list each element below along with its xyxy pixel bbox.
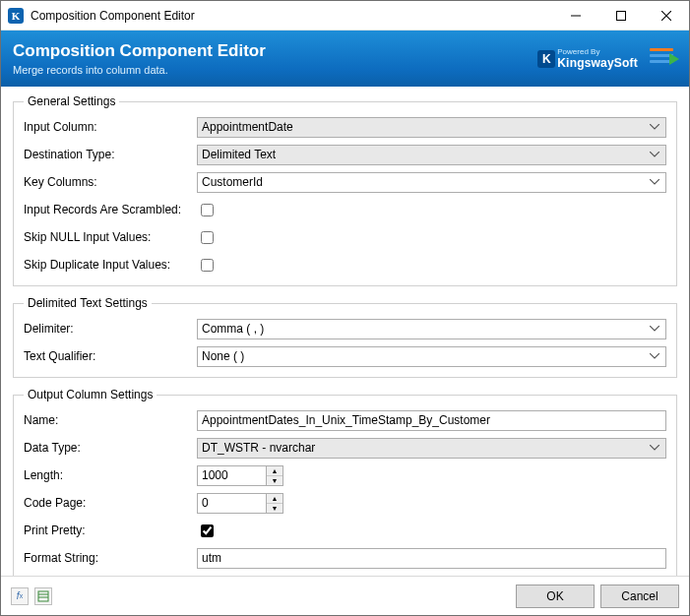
general-settings-group: General Settings Input Column: Appointme… <box>13 94 677 286</box>
data-type-select[interactable]: DT_WSTR - nvarchar <box>197 438 666 459</box>
expression-icon[interactable]: fx <box>11 587 29 605</box>
length-spin-down[interactable]: ▼ <box>267 476 282 485</box>
banner: Composition Component Editor Merge recor… <box>1 31 689 87</box>
length-input[interactable] <box>197 465 266 486</box>
name-input[interactable] <box>197 410 666 431</box>
svg-rect-3 <box>617 11 626 20</box>
input-column-label: Input Column: <box>24 120 197 134</box>
properties-icon[interactable] <box>34 587 52 605</box>
data-type-label: Data Type: <box>24 441 197 455</box>
banner-title: Composition Component Editor <box>13 41 266 61</box>
delimiter-select[interactable]: Comma ( , ) <box>197 319 666 339</box>
dialog-window: K Composition Component Editor Compositi… <box>0 0 690 616</box>
svg-text:K: K <box>12 10 21 22</box>
delimited-settings-group: Delimited Text Settings Delimiter: Comma… <box>13 296 677 378</box>
content-area: General Settings Input Column: Appointme… <box>1 87 689 576</box>
titlebar: K Composition Component Editor <box>1 1 689 31</box>
text-qualifier-label: Text Qualifier: <box>24 349 197 363</box>
name-label: Name: <box>24 413 197 427</box>
powered-by-label: Powered By <box>557 48 638 56</box>
scrambled-label: Input Records Are Scrambled: <box>24 203 197 216</box>
scrambled-checkbox[interactable] <box>201 204 214 216</box>
window-title: Composition Component Editor <box>31 9 195 23</box>
code-page-spin-down[interactable]: ▼ <box>267 504 282 513</box>
text-qualifier-select[interactable]: None ( ) <box>197 346 666 367</box>
maximize-button[interactable] <box>598 1 644 31</box>
delimiter-label: Delimiter: <box>24 322 197 336</box>
input-column-select[interactable]: AppointmentDate <box>197 117 666 138</box>
svg-rect-6 <box>38 591 48 601</box>
ok-button[interactable]: OK <box>516 585 595 608</box>
minimize-button[interactable] <box>553 1 598 31</box>
close-button[interactable] <box>644 1 689 31</box>
output-settings-group: Output Column Settings Name: Data Type: … <box>13 388 677 576</box>
code-page-spin-up[interactable]: ▲ <box>267 494 282 504</box>
general-settings-legend: General Settings <box>24 94 119 108</box>
format-string-label: Format String: <box>24 551 197 565</box>
skip-null-checkbox[interactable] <box>201 231 214 244</box>
length-label: Length: <box>24 468 197 482</box>
length-spin-up[interactable]: ▲ <box>267 466 282 476</box>
skip-null-label: Skip NULL Input Values: <box>24 230 197 244</box>
skip-dup-checkbox[interactable] <box>201 259 214 272</box>
app-icon: K <box>7 7 25 25</box>
component-icon <box>650 45 677 73</box>
brand-name: KingswaySoft <box>557 56 638 70</box>
cancel-button[interactable]: Cancel <box>600 585 679 608</box>
key-columns-label: Key Columns: <box>24 175 197 189</box>
format-string-input[interactable] <box>197 548 666 569</box>
destination-type-select[interactable]: Delimited Text <box>197 145 666 165</box>
skip-dup-label: Skip Duplicate Input Values: <box>24 258 197 272</box>
print-pretty-label: Print Pretty: <box>24 524 197 537</box>
banner-subtitle: Merge records into column data. <box>13 64 266 76</box>
brand-logo: K Powered By KingswaySoft <box>537 48 638 70</box>
print-pretty-checkbox[interactable] <box>201 524 214 537</box>
output-settings-legend: Output Column Settings <box>24 388 157 401</box>
destination-type-label: Destination Type: <box>24 148 197 161</box>
footer: fx OK Cancel <box>1 576 689 615</box>
key-columns-select[interactable]: CustomerId <box>197 172 666 193</box>
code-page-input[interactable] <box>197 493 266 514</box>
code-page-label: Code Page: <box>24 496 197 510</box>
delimited-settings-legend: Delimited Text Settings <box>24 296 152 310</box>
